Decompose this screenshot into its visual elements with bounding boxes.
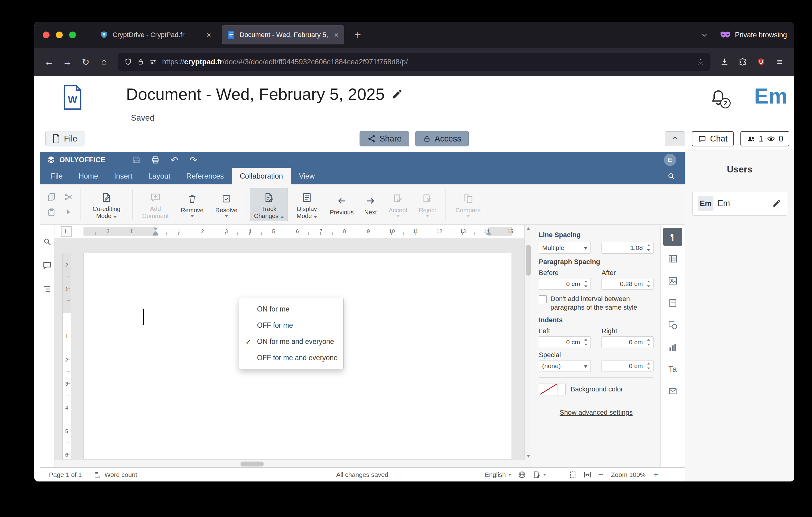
copy-icon[interactable]	[47, 192, 56, 201]
permissions-sliders-icon[interactable]	[149, 58, 157, 66]
editor-menu-tab[interactable]: File	[43, 168, 71, 184]
compare-button[interactable]: Compare	[448, 190, 488, 219]
edit-title-pencil-icon[interactable]	[391, 88, 403, 100]
downloads-button[interactable]	[716, 53, 733, 71]
fit-width-button[interactable]	[583, 471, 591, 479]
table-settings-tab[interactable]	[663, 250, 682, 268]
previous-change-button[interactable]: Previous	[326, 192, 358, 217]
menu-button[interactable]: ≡	[771, 53, 788, 71]
word-count-button[interactable]: 123 Word count	[94, 471, 137, 479]
user-avatar-initials[interactable]: Em	[754, 84, 787, 108]
print-button[interactable]	[146, 153, 165, 167]
editor-menu-tab[interactable]: Collaboration	[232, 168, 291, 184]
reject-button[interactable]: Reject	[413, 190, 442, 219]
line-spacing-amount-input[interactable]: 1.08	[602, 242, 654, 253]
cut-scissors-icon[interactable]	[64, 192, 73, 201]
userlist-button[interactable]: 1 0	[741, 131, 789, 146]
forward-button[interactable]: →	[59, 53, 76, 71]
zoom-out-button[interactable]: −	[598, 470, 603, 480]
shape-settings-tab[interactable]	[663, 316, 682, 334]
track-changes-menu-item[interactable]: OFF for me and everyone	[239, 350, 343, 366]
horizontal-ruler[interactable]: 21123456789101112131415	[84, 227, 512, 236]
redo-button[interactable]: ↷	[184, 153, 203, 167]
track-changes-button[interactable]: Track Changes	[250, 188, 288, 221]
vertical-scrollbar[interactable]	[524, 225, 532, 460]
file-button[interactable]: File	[45, 131, 84, 146]
editor-search-button[interactable]	[667, 168, 675, 184]
vertical-ruler[interactable]: 21123456	[62, 253, 71, 459]
undo-button[interactable]: ↶	[165, 153, 184, 167]
zoom-level[interactable]: Zoom 100%	[610, 471, 647, 479]
collapse-toolbar-button[interactable]	[665, 131, 685, 146]
indent-right-input[interactable]: 0 cm	[602, 336, 654, 348]
ublock-button[interactable]	[753, 53, 770, 71]
edit-name-pencil-icon[interactable]	[772, 199, 781, 208]
special-amount-input[interactable]: 0 cm	[602, 360, 654, 372]
tab-close-icon[interactable]: ×	[206, 30, 211, 40]
horizontal-scroll-thumb[interactable]	[240, 462, 264, 466]
url-bar[interactable]: https://cryptpad.fr/doc/#/3/doc/edit/ff0…	[118, 53, 710, 71]
coediting-mode-button[interactable]: Co-editing Mode	[84, 188, 129, 221]
editor-menu-tab[interactable]: References	[178, 168, 232, 184]
url-text[interactable]: https://cryptpad.fr/doc/#/3/doc/edit/ff0…	[162, 58, 692, 66]
spinner[interactable]	[645, 362, 652, 370]
display-mode-button[interactable]: Display Mode	[288, 188, 326, 221]
editor-menu-tab[interactable]: Home	[71, 168, 106, 184]
interval-checkbox[interactable]	[539, 295, 547, 303]
scroll-up-arrow[interactable]	[526, 227, 530, 230]
chart-settings-tab[interactable]	[663, 338, 682, 356]
vertical-scroll-thumb[interactable]	[526, 245, 531, 276]
editor-menu-tab[interactable]: Layout	[140, 168, 178, 184]
close-window-button[interactable]	[43, 31, 50, 38]
special-select[interactable]: (none)	[539, 360, 591, 372]
mail-merge-settings-tab[interactable]	[663, 382, 682, 400]
indent-left-input[interactable]: 0 cm	[539, 336, 591, 348]
spellcheck-globe-button[interactable]	[518, 471, 526, 479]
horizontal-scrollbar[interactable]	[55, 460, 524, 467]
collaborator-avatar[interactable]: E	[664, 154, 676, 166]
scroll-down-arrow[interactable]	[526, 455, 530, 458]
spinner[interactable]	[645, 338, 652, 346]
search-icon[interactable]	[42, 237, 52, 246]
minimize-window-button[interactable]	[56, 31, 63, 38]
line-spacing-select[interactable]: Multiple	[539, 242, 591, 253]
tab-close-icon[interactable]: ×	[334, 30, 339, 40]
track-changes-menu-item[interactable]: ON for me	[239, 301, 343, 317]
comments-icon[interactable]	[42, 261, 52, 270]
paragraph-settings-tab[interactable]: ¶	[663, 228, 682, 246]
home-button[interactable]: ⌂	[95, 53, 113, 71]
tab-stop-selector[interactable]: L	[61, 226, 71, 237]
spacing-before-input[interactable]: 0 cm	[539, 278, 591, 290]
access-button[interactable]: Access	[415, 131, 469, 146]
back-button[interactable]: ←	[40, 53, 58, 71]
add-comment-button[interactable]: Add Comment	[136, 188, 175, 221]
background-color-dropdown[interactable]	[557, 383, 566, 395]
track-changes-status-button[interactable]	[533, 471, 546, 479]
image-settings-tab[interactable]	[663, 272, 682, 290]
background-color-swatch[interactable]	[539, 383, 557, 395]
tab-cryptdrive[interactable]: CryptDrive - CryptPad.fr ×	[94, 25, 216, 45]
tracking-protection-shield-icon[interactable]	[124, 58, 132, 66]
spinner[interactable]	[645, 244, 652, 252]
accept-button[interactable]: Accept	[383, 190, 413, 219]
indent-marker[interactable]	[153, 227, 158, 236]
language-selector[interactable]: English	[485, 471, 511, 479]
remove-button[interactable]: Remove	[175, 190, 209, 219]
fullscreen-window-button[interactable]	[69, 31, 76, 38]
spinner[interactable]	[645, 280, 652, 288]
tab-document-active[interactable]: Document - Wed, February 5, 2 ×	[222, 25, 344, 45]
new-tab-button[interactable]: +	[350, 28, 365, 42]
text-art-settings-tab[interactable]: Ta	[663, 360, 682, 378]
headers-footers-settings-tab[interactable]	[663, 294, 682, 312]
navigation-headings-icon[interactable]	[42, 285, 52, 294]
track-changes-menu-item[interactable]: OFF for me	[239, 317, 343, 333]
spinner[interactable]	[583, 338, 589, 346]
lock-icon[interactable]	[137, 58, 144, 65]
editor-menu-tab[interactable]: Insert	[106, 168, 140, 184]
spinner[interactable]	[583, 280, 589, 288]
notifications-button[interactable]: 2	[710, 89, 727, 106]
next-change-button[interactable]: Next	[358, 192, 383, 217]
bookmark-star-icon[interactable]: ☆	[697, 57, 704, 67]
track-changes-menu-item[interactable]: ✓ ON for me and everyone	[239, 333, 343, 350]
spacing-after-input[interactable]: 0.28 cm	[602, 278, 654, 290]
